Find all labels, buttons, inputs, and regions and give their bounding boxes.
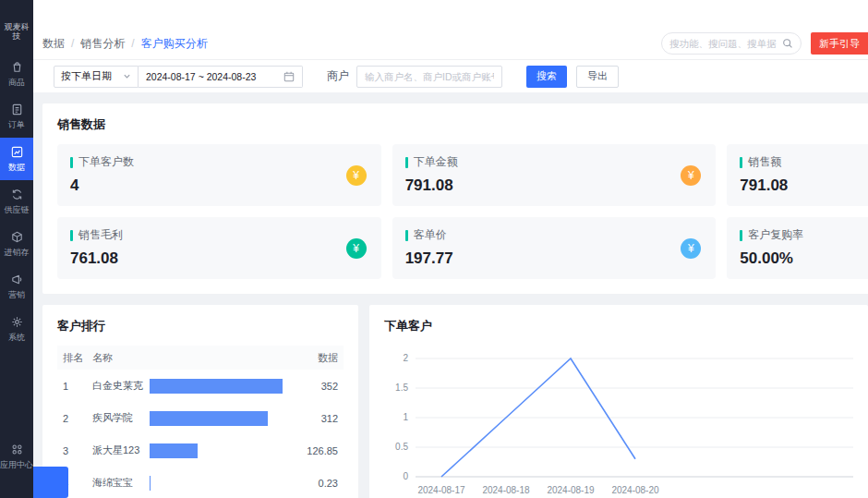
column-rank: 排名: [63, 351, 92, 365]
accent-bar: [70, 230, 73, 241]
metric-value: 791.08: [740, 176, 868, 195]
sidebar-nav: 商品订单数据供应链进销存营销系统: [0, 53, 33, 350]
metric-value: 761.08: [70, 249, 368, 268]
sidebar-item-orders[interactable]: 订单: [0, 95, 33, 138]
accent-bar: [70, 157, 73, 168]
svg-text:1: 1: [403, 412, 408, 422]
date-type-select[interactable]: 按下单日期: [54, 66, 139, 88]
profit-circle-icon: ¥: [346, 238, 367, 259]
sidebar-item-label: 数据: [8, 162, 25, 174]
metrics-grid: 下单客户数 4 ¥ 下单金额 791.08 ¥ 销售额 791.08 销售毛利 …: [57, 144, 868, 279]
ranking-table-header: 排名 名称 数据: [57, 346, 344, 370]
ranking-value: 126.85: [283, 445, 338, 456]
svg-text:2024-08-19: 2024-08-19: [547, 485, 595, 495]
ranking-table-body: 1白金史莱克3522疾风学院3123派大星123126.854海绵宝宝0.23: [57, 370, 344, 498]
search-button[interactable]: 搜索: [526, 66, 567, 88]
ranking-bar: [150, 379, 283, 394]
top-bar: 数据 / 销售分析 / 客户购买分析 新手引导: [33, 0, 868, 59]
svg-text:2024-08-18: 2024-08-18: [482, 485, 530, 495]
sidebar-item-marketing[interactable]: 营销: [0, 265, 33, 308]
supply-icon: [10, 188, 24, 201]
customer-ranking-card: 客户排行 排名 名称 数据 1白金史莱克3522疾风学院3123派大星12312…: [42, 305, 358, 498]
filter-bar: 按下单日期 商户 搜索 导出: [33, 59, 868, 92]
sidebar-item-app-center[interactable]: 应用中心: [0, 435, 33, 478]
sidebar-bottom: 应用中心: [0, 435, 33, 478]
sidebar-item-inventory[interactable]: 进销存: [0, 223, 33, 265]
chart-icon: [10, 145, 24, 159]
sales-data-card: 销售数据 下单客户数 4 ¥ 下单金额 791.08 ¥ 销售额 791.08: [42, 103, 868, 294]
sidebar-item-label: 订单: [8, 119, 25, 131]
sidebar-item-label: 供应链: [5, 204, 30, 216]
svg-text:0: 0: [403, 471, 408, 481]
ranking-bar: [150, 411, 268, 426]
sidebar-item-label: 应用中心: [0, 459, 33, 471]
sidebar-item-label: 商品: [8, 77, 25, 89]
sidebar-item-label: 系统: [8, 332, 25, 344]
sales-data-title: 销售数据: [57, 116, 868, 133]
amount-circle-icon: ¥: [681, 165, 701, 186]
breadcrumb-item-data[interactable]: 数据: [42, 36, 65, 52]
app-logo: 观麦科技: [1, 22, 32, 42]
ranking-bar-track: [150, 476, 283, 491]
column-value: 数据: [283, 351, 338, 365]
svg-text:1.5: 1.5: [395, 383, 408, 393]
box-icon: [10, 60, 24, 74]
accent-bar: [740, 157, 742, 168]
grid-icon: [10, 443, 24, 456]
global-search-input[interactable]: [669, 38, 782, 49]
metric-value: 4: [70, 176, 368, 195]
beginner-guide-button[interactable]: 新手引导: [811, 32, 868, 55]
sidebar-item-supply[interactable]: 供应链: [0, 180, 33, 223]
sidebar-item-system[interactable]: 系统: [0, 308, 33, 350]
customer-name: 白金史莱克: [92, 379, 150, 393]
price-circle-icon: ¥: [681, 238, 701, 259]
rank-number: 3: [63, 445, 92, 456]
customer-name: 海绵宝宝: [92, 476, 150, 490]
sidebar-item-products[interactable]: 商品: [0, 53, 33, 95]
export-button[interactable]: 导出: [576, 66, 619, 88]
customer-name: 疾风学院: [92, 411, 150, 425]
yen-circle-icon: ¥: [346, 165, 367, 186]
column-name: 名称: [92, 351, 283, 365]
inventory-icon: [10, 230, 24, 244]
merchant-search-input[interactable]: [356, 66, 502, 88]
global-search: [661, 32, 802, 55]
breadcrumb-current-page: 客户购买分析: [141, 36, 208, 52]
metric-avg-order-value: 客单价 197.77 ¥: [392, 217, 717, 279]
accent-bar: [740, 230, 742, 241]
breadcrumb-item-sales-analysis[interactable]: 销售分析: [80, 36, 125, 52]
sidebar-item-data[interactable]: 数据: [0, 138, 33, 180]
ranking-bar: [150, 443, 198, 458]
order-customers-chart-title: 下单客户: [384, 318, 853, 334]
ranking-bar-track: [150, 379, 283, 394]
svg-text:0.5: 0.5: [395, 442, 408, 452]
sidebar-item-label: 营销: [8, 289, 25, 301]
ranking-value: 0.23: [283, 478, 338, 489]
breadcrumb-separator: /: [71, 37, 74, 50]
search-icon[interactable]: [782, 38, 793, 49]
ranking-row: 2疾风学院312: [57, 402, 344, 434]
ranking-bar-track: [150, 443, 283, 458]
calendar-icon: [283, 71, 295, 82]
ranking-row: 4海绵宝宝0.23: [57, 467, 344, 498]
ranking-value: 312: [283, 413, 338, 424]
metric-value: 197.77: [405, 249, 704, 268]
main-area: 数据 / 销售分析 / 客户购买分析 新手引导 按下单日期: [33, 0, 868, 498]
metric-gross-profit: 销售毛利 761.08 ¥: [57, 217, 381, 279]
svg-text:2: 2: [403, 353, 408, 363]
gear-icon: [10, 315, 24, 329]
order-icon: [10, 103, 24, 116]
metric-value: 791.08: [405, 176, 704, 195]
metric-order-amount: 下单金额 791.08 ¥: [392, 144, 717, 206]
svg-text:2024-08-20: 2024-08-20: [611, 485, 659, 495]
merchant-label: 商户: [327, 68, 349, 84]
date-range-input[interactable]: [146, 71, 278, 82]
metric-order-customers: 下单客户数 4 ¥: [57, 144, 381, 206]
rank-number: 1: [63, 381, 92, 392]
rank-number: 2: [63, 413, 92, 424]
floating-helper-button[interactable]: [33, 467, 68, 498]
order-customers-line-chart: 00.511.522024-08-172024-08-182024-08-192…: [384, 344, 853, 498]
customer-ranking-title: 客户排行: [57, 318, 344, 334]
customer-name: 派大星123: [92, 443, 150, 457]
date-range-picker[interactable]: [139, 66, 303, 88]
